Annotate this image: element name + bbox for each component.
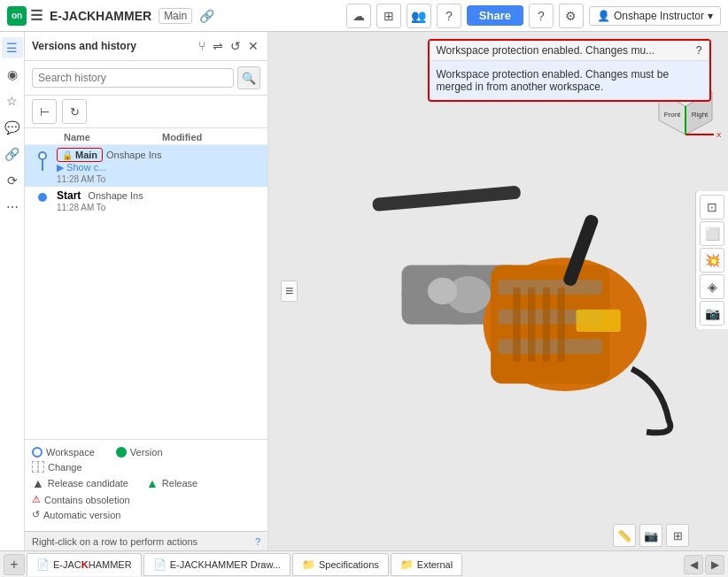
view-toggle-btn[interactable]: ⊡ <box>700 195 724 219</box>
popup-body: Workspace protection enabled. Changes mu… <box>430 61 709 100</box>
sidebar-merge-icon[interactable]: ⇌ <box>211 37 225 55</box>
legend-workspace-label: Workspace <box>46 447 95 458</box>
legend-auto: ↺ Automatic version <box>32 509 120 520</box>
search-button[interactable]: 🔍 <box>237 66 260 89</box>
bottom-measure-icon[interactable]: 📏 <box>613 524 636 547</box>
version-row-main[interactable]: 🔒 Main Onshape Ins ▶ Show c... 11:28 AM … <box>25 145 267 187</box>
svg-rect-25 <box>558 288 565 362</box>
col-name: Name <box>64 132 162 142</box>
svg-rect-26 <box>576 310 620 332</box>
tab-bar: + 📄 E-JACKHAMMER 📄 E-JACKHAMMER Draw... … <box>0 550 728 577</box>
tab-ejackhammer-draw[interactable]: 📄 E-JACKHAMMER Draw... <box>143 553 290 576</box>
col-modified: Modified <box>162 132 260 142</box>
search-bar: 🔍 <box>25 61 267 96</box>
topbar-help2-icon[interactable]: ? <box>529 4 554 28</box>
timeline-main <box>32 148 53 171</box>
legend-version: Version <box>116 447 163 458</box>
sidebar-branch-icon[interactable]: ⑂ <box>197 37 207 55</box>
timeline-start <box>32 189 53 202</box>
timeline-dot-start <box>38 193 47 202</box>
topbar-people-icon[interactable]: 👥 <box>407 4 431 28</box>
status-help[interactable]: ? <box>255 536 260 547</box>
explode-btn[interactable]: 💥 <box>700 248 724 273</box>
search-input[interactable] <box>32 68 234 88</box>
version-list: Name Modified 🔒 Main Onshape Ins <box>25 128 267 439</box>
version-author-main: Onshape Ins <box>106 150 161 160</box>
svg-text:X: X <box>716 131 721 139</box>
legend-obsoletion-icon: ⚠ <box>32 494 41 505</box>
svg-rect-22 <box>513 288 520 362</box>
legend-obsoletion: ⚠ Contains obsoletion <box>32 494 130 505</box>
topbar-grid-icon[interactable]: ⊞ <box>376 4 401 28</box>
bottom-layers-icon[interactable]: ⊞ <box>666 524 689 547</box>
legend: Workspace Version ┆ Change ▲ Release can… <box>25 439 267 531</box>
version-info-main: 🔒 Main Onshape Ins ▶ Show c... 11:28 AM … <box>53 148 260 184</box>
tab-next-button[interactable]: ▶ <box>705 555 724 574</box>
start-author: Onshape Ins <box>88 190 143 201</box>
popup-help-icon[interactable]: ? <box>696 44 702 57</box>
workspace-popup: Workspace protection enabled. Changes mu… <box>428 39 711 102</box>
tab-ext-icon: 📁 <box>400 558 414 571</box>
tab-ejackhammer[interactable]: 📄 E-JACKHAMMER <box>27 553 142 576</box>
legend-row-release: ▲ Release candidate ▲ Release <box>32 476 260 490</box>
icon-rail: ☰ ◉ ☆ 💬 🔗 ⟳ ⋯ <box>0 32 25 550</box>
rail-features-icon[interactable]: ☆ <box>2 90 23 112</box>
minimap-icon: ≡ <box>281 281 298 302</box>
rail-versions-icon[interactable]: ☰ <box>2 37 23 58</box>
section-btn[interactable]: ⬜ <box>700 221 724 246</box>
rail-history-icon[interactable]: ⟳ <box>2 170 23 191</box>
version-info-start: Start Onshape Ins 11:28 AM To <box>53 189 260 212</box>
version-badge-main: 🔒 Main <box>57 148 103 162</box>
legend-release-label: Release <box>162 478 197 489</box>
tab-ejackhammer-icon: 📄 <box>36 558 50 571</box>
jackhammer-svg <box>313 167 684 459</box>
svg-rect-24 <box>543 288 550 362</box>
svg-rect-11 <box>372 186 521 212</box>
tab-specifications[interactable]: 📁 Specifications <box>292 553 389 576</box>
topbar-cloud-icon[interactable]: ☁ <box>346 4 371 28</box>
tab-prev-button[interactable]: ◀ <box>684 555 703 574</box>
right-toolbar: ⊡ ⬜ 💥 ◈ 📷 <box>695 191 728 329</box>
legend-workspace-icon <box>32 447 43 458</box>
legend-release-icon: ▲ <box>146 476 159 490</box>
topbar-settings-icon[interactable]: ⚙ <box>559 4 584 28</box>
tab-ext-label: External <box>417 559 453 570</box>
legend-change-label: Change <box>48 462 82 473</box>
legend-release: ▲ Release <box>146 476 197 490</box>
start-name: Start <box>57 189 81 202</box>
rail-comments-icon[interactable]: 💬 <box>2 117 23 138</box>
share-button[interactable]: Share <box>467 5 523 26</box>
lock-icon: 🔒 <box>62 150 73 160</box>
sidebar-title: Versions and history <box>32 40 136 52</box>
sidebar-restore-icon[interactable]: ↺ <box>228 37 243 55</box>
version-name-row: 🔒 Main Onshape Ins <box>57 148 260 162</box>
version-sub-main[interactable]: ▶ Show c... <box>57 162 260 173</box>
start-name-row: Start Onshape Ins <box>57 189 260 202</box>
action-rotate-icon[interactable]: ↻ <box>62 99 87 124</box>
legend-row-1: Workspace Version <box>32 447 260 458</box>
tab-add-button[interactable]: + <box>4 554 25 575</box>
render-btn[interactable]: 📷 <box>700 301 724 326</box>
version-row-start[interactable]: Start Onshape Ins 11:28 AM To <box>25 187 267 215</box>
sidebar-close-icon[interactable]: ✕ <box>246 37 260 55</box>
link-icon[interactable]: 🔗 <box>199 9 214 23</box>
tab-ejackhammer-label: E-JACKHAMMER <box>53 559 132 570</box>
user-chevron-icon: ▾ <box>708 10 713 22</box>
topbar-help-icon[interactable]: ? <box>437 4 461 28</box>
appearance-btn[interactable]: ◈ <box>700 274 724 299</box>
action-timeline-icon[interactable]: ⊢ <box>32 99 57 124</box>
rail-parts-icon[interactable]: ◉ <box>2 64 23 85</box>
user-avatar: 👤 <box>597 10 610 22</box>
jackhammer-visual <box>313 76 684 550</box>
branch-selector[interactable]: Main <box>159 8 192 24</box>
tab-external[interactable]: 📁 External <box>391 553 462 576</box>
legend-row-change: ┆ Change <box>32 461 260 473</box>
rail-more-icon[interactable]: ⋯ <box>2 196 23 218</box>
timeline-dot-main <box>38 151 47 160</box>
legend-obsoletion-label: Contains obsoletion <box>44 495 130 505</box>
bottom-snapshot-icon[interactable]: 📷 <box>639 524 662 547</box>
tab-spec-label: Specifications <box>319 559 379 570</box>
user-menu[interactable]: 👤 Onshape Instructor ▾ <box>589 6 721 26</box>
hamburger-icon[interactable]: ☰ <box>30 7 43 24</box>
rail-links-icon[interactable]: 🔗 <box>2 143 23 165</box>
